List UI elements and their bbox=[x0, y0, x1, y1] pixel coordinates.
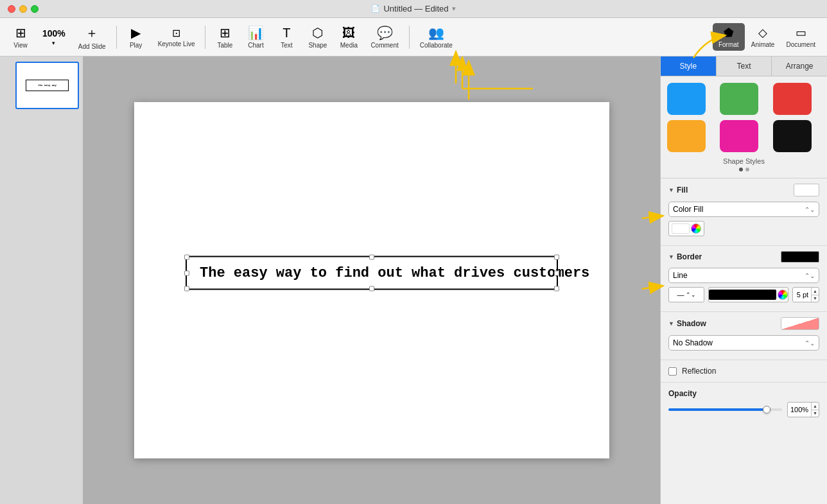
tab-text[interactable]: Text bbox=[717, 56, 772, 76]
panel-tabs: Style Text Arrange bbox=[661, 56, 827, 76]
border-dropdown-row: Line ⌃⌄ bbox=[668, 268, 819, 283]
view-icon: ⊞ bbox=[15, 25, 26, 40]
text-box-element[interactable]: The easy way to find out what drives cus… bbox=[186, 256, 558, 290]
document-icon: 📄 bbox=[371, 4, 380, 13]
handle-bm[interactable] bbox=[369, 286, 374, 291]
animate-icon: ◇ bbox=[758, 26, 767, 40]
color-swatch-green[interactable] bbox=[720, 83, 758, 115]
zoom-button[interactable]: 100% ▾ bbox=[37, 26, 71, 49]
media-button[interactable]: 🖼 Media bbox=[335, 23, 363, 51]
titlebar: 📄 Untitled — Edited ▾ bbox=[0, 0, 827, 18]
color-swatch-red[interactable] bbox=[773, 83, 812, 115]
opacity-down[interactable]: ▼ bbox=[812, 410, 819, 417]
handle-br[interactable] bbox=[554, 286, 559, 291]
play-button[interactable]: ▶ Play bbox=[122, 22, 150, 51]
comment-icon: 💬 bbox=[377, 25, 393, 40]
document-button[interactable]: ▭ Document bbox=[781, 23, 821, 51]
format-button[interactable]: ⬟ Format bbox=[713, 23, 745, 51]
canvas-area[interactable]: The easy way to find out what drives cus… bbox=[83, 56, 660, 504]
handle-tl[interactable] bbox=[184, 255, 189, 260]
slide-thumb-text: The easy way bbox=[38, 84, 57, 87]
opacity-arrows: ▲ ▼ bbox=[811, 403, 819, 417]
add-slide-icon: ＋ bbox=[85, 24, 98, 42]
color-swatch-black[interactable] bbox=[773, 120, 812, 152]
chevron-down-icon[interactable]: ▾ bbox=[452, 4, 456, 13]
border-title: ▼ Border bbox=[668, 252, 702, 261]
slide-thumbnail[interactable]: The easy way bbox=[15, 62, 79, 109]
border-triangle: ▼ bbox=[668, 254, 674, 260]
handle-ml[interactable] bbox=[184, 270, 189, 275]
border-dropdown[interactable]: Line ⌃⌄ bbox=[668, 268, 819, 283]
fill-header[interactable]: ▼ Fill bbox=[668, 184, 819, 196]
shape-button[interactable]: ⬡ Shape bbox=[303, 22, 332, 51]
shape-icon: ⬡ bbox=[312, 25, 323, 40]
border-size-up[interactable]: ▲ bbox=[812, 288, 819, 295]
border-size-input[interactable]: 5 pt ▲ ▼ bbox=[792, 287, 819, 302]
opacity-thumb[interactable] bbox=[763, 406, 770, 413]
reflection-checkbox[interactable] bbox=[668, 367, 677, 376]
fill-dropdown[interactable]: Color Fill ⌃⌄ bbox=[668, 202, 819, 217]
toolbar-right: ⬟ Format ◇ Animate ▭ Document bbox=[713, 23, 821, 51]
tab-style[interactable]: Style bbox=[661, 56, 717, 76]
fullscreen-button[interactable] bbox=[31, 5, 39, 13]
animate-button[interactable]: ◇ Animate bbox=[746, 23, 780, 51]
chart-button[interactable]: 📊 Chart bbox=[241, 22, 270, 51]
opacity-input[interactable]: 100% ▲ ▼ bbox=[787, 402, 819, 417]
opacity-section: Opacity 100% ▲ ▼ bbox=[661, 383, 827, 424]
handle-mr[interactable] bbox=[554, 270, 559, 275]
dot-2[interactable] bbox=[745, 168, 749, 171]
border-size-down[interactable]: ▼ bbox=[812, 295, 819, 302]
fill-dropdown-row: Color Fill ⌃⌄ bbox=[668, 202, 819, 217]
separator-2 bbox=[205, 26, 205, 49]
opacity-up[interactable]: ▲ bbox=[812, 403, 819, 410]
slide-thumb-content: The easy way bbox=[17, 63, 78, 108]
border-header[interactable]: ▼ Border bbox=[668, 251, 819, 263]
color-swatch-blue[interactable] bbox=[667, 83, 706, 115]
collaborate-button[interactable]: 👥 Collaborate bbox=[415, 22, 458, 51]
fill-section: ▼ Fill Color Fill ⌃⌄ bbox=[661, 178, 827, 246]
separator-1 bbox=[116, 26, 117, 49]
opacity-value: 100% bbox=[788, 406, 811, 413]
page-dots bbox=[667, 168, 821, 171]
handle-bl[interactable] bbox=[184, 286, 189, 291]
dot-1[interactable] bbox=[739, 168, 743, 171]
shadow-header[interactable]: ▼ Shadow bbox=[668, 317, 819, 330]
keynote-live-button[interactable]: ⊡ Keynote Live bbox=[153, 24, 200, 50]
close-button[interactable] bbox=[8, 5, 15, 13]
border-color-preview bbox=[781, 251, 819, 263]
border-rainbow-btn[interactable] bbox=[778, 290, 788, 300]
opacity-slider[interactable] bbox=[668, 408, 782, 411]
border-color-picker[interactable] bbox=[708, 287, 788, 302]
add-slide-button[interactable]: ＋ Add Slide bbox=[73, 22, 111, 53]
document-panel-icon: ▭ bbox=[796, 26, 806, 40]
border-size-value: 5 pt bbox=[793, 291, 811, 299]
color-swatch-pink[interactable] bbox=[720, 120, 758, 152]
fill-color-picker[interactable] bbox=[668, 221, 704, 236]
shadow-preview bbox=[781, 317, 819, 330]
reflection-row: Reflection bbox=[661, 360, 827, 383]
opacity-label: Opacity bbox=[668, 389, 819, 398]
line-style-arrow: ⌃⌄ bbox=[686, 291, 696, 298]
shadow-dropdown[interactable]: No Shadow ⌃⌄ bbox=[668, 335, 819, 351]
shape-styles-label: Shape Styles bbox=[667, 157, 821, 165]
color-swatch-yellow[interactable] bbox=[667, 120, 706, 152]
line-style-picker[interactable]: — ⌃⌄ bbox=[668, 287, 704, 302]
reflection-label: Reflection bbox=[682, 367, 716, 376]
keynote-live-icon: ⊡ bbox=[172, 27, 180, 39]
fill-rainbow-btn[interactable] bbox=[691, 223, 701, 234]
border-dropdown-arrow: ⌃⌄ bbox=[805, 272, 815, 279]
handle-tm[interactable] bbox=[369, 255, 374, 260]
shadow-section: ▼ Shadow No Shadow ⌃⌄ bbox=[661, 312, 827, 360]
right-panel: Style Text Arrange ‹ › Shape Styles bbox=[660, 56, 827, 504]
color-grid bbox=[667, 83, 821, 152]
text-button[interactable]: T Text bbox=[272, 23, 300, 51]
text-icon: T bbox=[283, 26, 290, 40]
tab-arrange[interactable]: Arrange bbox=[772, 56, 827, 76]
border-color-swatch bbox=[709, 290, 776, 300]
comment-button[interactable]: 💬 Comment bbox=[365, 22, 403, 51]
shadow-dropdown-row: No Shadow ⌃⌄ bbox=[668, 335, 819, 351]
handle-tr[interactable] bbox=[554, 255, 559, 260]
minimize-button[interactable] bbox=[19, 5, 27, 13]
table-button[interactable]: ⊞ Table bbox=[211, 22, 239, 51]
view-button[interactable]: ⊞ View bbox=[6, 22, 35, 51]
